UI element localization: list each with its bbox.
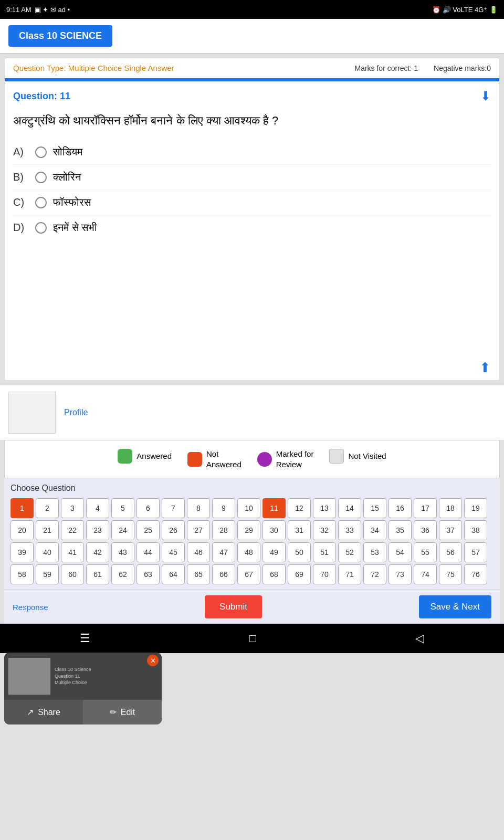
q-btn-62[interactable]: 62: [111, 564, 134, 584]
q-btn-4[interactable]: 4: [86, 498, 109, 518]
q-btn-19[interactable]: 19: [464, 498, 487, 518]
option-c-radio[interactable]: [35, 197, 47, 208]
q-btn-63[interactable]: 63: [136, 564, 160, 584]
q-btn-59[interactable]: 59: [36, 564, 59, 584]
option-a-radio[interactable]: [35, 146, 47, 158]
q-btn-69[interactable]: 69: [288, 564, 311, 584]
q-btn-44[interactable]: 44: [136, 542, 160, 562]
q-btn-75[interactable]: 75: [439, 564, 462, 584]
q-btn-58[interactable]: 58: [10, 564, 34, 584]
edit-button[interactable]: ✏ Edit: [83, 700, 162, 724]
question-meta: Question Type: Multiple Choice Single An…: [5, 58, 499, 78]
q-btn-49[interactable]: 49: [262, 542, 286, 562]
q-btn-14[interactable]: 14: [338, 498, 361, 518]
q-btn-41[interactable]: 41: [61, 542, 84, 562]
q-btn-52[interactable]: 52: [338, 542, 361, 562]
option-a[interactable]: A) सोडियम: [13, 140, 491, 165]
q-btn-71[interactable]: 71: [338, 564, 361, 584]
q-btn-57[interactable]: 57: [464, 542, 487, 562]
q-btn-61[interactable]: 61: [86, 564, 109, 584]
submit-button[interactable]: Submit: [205, 595, 262, 618]
home-nav-icon[interactable]: □: [249, 632, 256, 645]
q-btn-20[interactable]: 20: [10, 520, 34, 540]
q-btn-9[interactable]: 9: [212, 498, 235, 518]
q-btn-47[interactable]: 47: [212, 542, 235, 562]
q-btn-34[interactable]: 34: [363, 520, 386, 540]
q-btn-11[interactable]: 11: [262, 498, 286, 518]
q-btn-24[interactable]: 24: [111, 520, 134, 540]
q-btn-35[interactable]: 35: [388, 520, 412, 540]
q-btn-72[interactable]: 72: [363, 564, 386, 584]
q-btn-43[interactable]: 43: [111, 542, 134, 562]
option-c[interactable]: C) फॉस्फोरस: [13, 190, 491, 215]
menu-nav-icon[interactable]: ☰: [80, 632, 90, 645]
q-btn-51[interactable]: 51: [313, 542, 336, 562]
q-btn-5[interactable]: 5: [111, 498, 134, 518]
q-btn-29[interactable]: 29: [237, 520, 260, 540]
q-btn-50[interactable]: 50: [288, 542, 311, 562]
q-btn-31[interactable]: 31: [288, 520, 311, 540]
q-btn-70[interactable]: 70: [313, 564, 336, 584]
q-btn-54[interactable]: 54: [388, 542, 412, 562]
q-btn-73[interactable]: 73: [388, 564, 412, 584]
option-d[interactable]: D) इनमें से सभी: [13, 215, 491, 240]
save-next-button[interactable]: Save & Next: [419, 595, 492, 618]
response-link[interactable]: Response: [13, 603, 48, 612]
q-btn-15[interactable]: 15: [363, 498, 386, 518]
q-btn-38[interactable]: 38: [464, 520, 487, 540]
q-btn-10[interactable]: 10: [237, 498, 260, 518]
q-btn-39[interactable]: 39: [10, 542, 34, 562]
q-btn-65[interactable]: 65: [187, 564, 210, 584]
q-btn-46[interactable]: 46: [187, 542, 210, 562]
share-button[interactable]: ↗ Share: [4, 700, 83, 724]
q-btn-32[interactable]: 32: [313, 520, 336, 540]
q-btn-16[interactable]: 16: [388, 498, 412, 518]
q-btn-48[interactable]: 48: [237, 542, 260, 562]
q-btn-76[interactable]: 76: [464, 564, 487, 584]
q-btn-36[interactable]: 36: [414, 520, 437, 540]
q-btn-37[interactable]: 37: [439, 520, 462, 540]
q-btn-60[interactable]: 60: [61, 564, 84, 584]
q-btn-25[interactable]: 25: [136, 520, 160, 540]
q-btn-22[interactable]: 22: [61, 520, 84, 540]
q-btn-17[interactable]: 17: [414, 498, 437, 518]
popup-close-button[interactable]: ✕: [147, 655, 159, 666]
q-btn-53[interactable]: 53: [363, 542, 386, 562]
q-btn-55[interactable]: 55: [414, 542, 437, 562]
q-btn-45[interactable]: 45: [162, 542, 185, 562]
option-b-radio[interactable]: [35, 172, 47, 183]
q-btn-28[interactable]: 28: [212, 520, 235, 540]
q-btn-56[interactable]: 56: [439, 542, 462, 562]
q-btn-27[interactable]: 27: [187, 520, 210, 540]
q-btn-18[interactable]: 18: [439, 498, 462, 518]
q-btn-3[interactable]: 3: [61, 498, 84, 518]
q-btn-12[interactable]: 12: [288, 498, 311, 518]
q-btn-68[interactable]: 68: [262, 564, 286, 584]
q-btn-6[interactable]: 6: [136, 498, 160, 518]
q-btn-40[interactable]: 40: [36, 542, 59, 562]
option-d-radio[interactable]: [35, 222, 47, 234]
q-btn-23[interactable]: 23: [86, 520, 109, 540]
q-btn-21[interactable]: 21: [36, 520, 59, 540]
q-btn-64[interactable]: 64: [162, 564, 185, 584]
q-btn-66[interactable]: 66: [212, 564, 235, 584]
q-btn-30[interactable]: 30: [262, 520, 286, 540]
q-btn-7[interactable]: 7: [162, 498, 185, 518]
q-btn-13[interactable]: 13: [313, 498, 336, 518]
q-btn-26[interactable]: 26: [162, 520, 185, 540]
scroll-up-icon[interactable]: ⬆: [479, 360, 491, 376]
q-btn-2[interactable]: 2: [36, 498, 59, 518]
up-arrow-area: ⬆: [5, 355, 499, 380]
class-title-button[interactable]: Class 10 SCIENCE: [8, 25, 112, 47]
q-btn-67[interactable]: 67: [237, 564, 260, 584]
back-nav-icon[interactable]: ◁: [415, 632, 424, 645]
q-btn-8[interactable]: 8: [187, 498, 210, 518]
option-b[interactable]: B) क्लोरिन: [13, 165, 491, 190]
download-icon[interactable]: ⬇: [480, 89, 491, 103]
q-btn-42[interactable]: 42: [86, 542, 109, 562]
question-body-space: [5, 240, 499, 355]
q-btn-74[interactable]: 74: [414, 564, 437, 584]
q-btn-33[interactable]: 33: [338, 520, 361, 540]
profile-link[interactable]: Profile: [64, 408, 88, 417]
q-btn-1[interactable]: 1: [10, 498, 34, 518]
